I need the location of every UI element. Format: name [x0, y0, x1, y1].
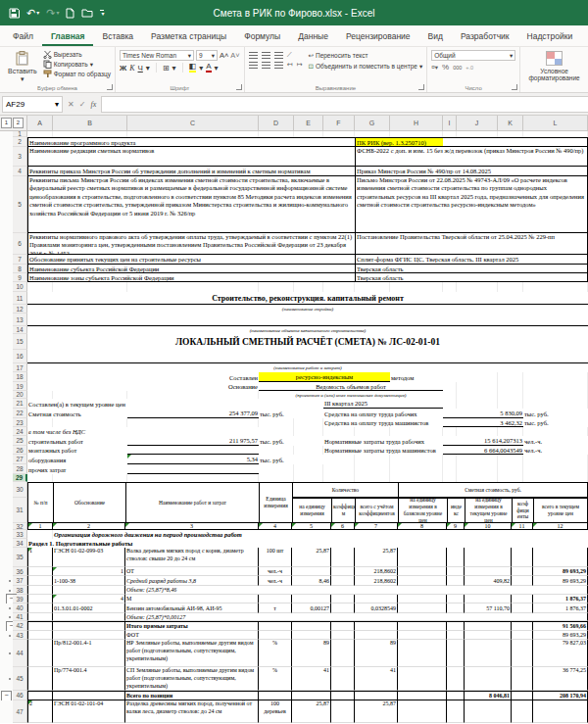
row-header-18[interactable]: 18 [13, 372, 27, 382]
cell-r8-c12[interactable]: Тверская область [355, 265, 588, 273]
tab-formulas[interactable]: Формулы [235, 25, 289, 46]
underline-dropdown-icon[interactable]: ▾ [146, 64, 150, 72]
cell-r31-c10[interactable]: на единицу измерения в текущем уровне це… [465, 498, 512, 523]
cell-r46-c5[interactable] [292, 691, 331, 700]
cell-r42-c9[interactable] [447, 621, 465, 631]
cell-r27-c5[interactable]: тыс. руб. [259, 455, 323, 464]
cell-r39-c9[interactable] [447, 595, 465, 603]
cell-r39-c5[interactable] [292, 595, 331, 603]
align-right-icon[interactable] [274, 62, 283, 69]
cell-r47-c10[interactable] [465, 700, 512, 723]
row-header-21[interactable]: 21 [13, 399, 27, 409]
cell-r44-c1[interactable] [27, 640, 53, 667]
row-header-42[interactable]: 42 [13, 621, 27, 631]
cell-r4-c6[interactable]: Реквизиты приказа Минстроя России об утв… [27, 167, 355, 176]
cell-r46-c9[interactable] [447, 691, 465, 700]
cell-r35-c8[interactable] [398, 548, 447, 567]
cell-r20-c3[interactable] [127, 391, 259, 399]
cell-r23-c5[interactable] [294, 418, 323, 427]
cell-r44-c9[interactable] [447, 640, 465, 667]
column-header-E[interactable]: E [294, 116, 323, 130]
cell-r3-c6[interactable]: Наименование редакции сметных нормативов [27, 147, 355, 167]
cell-r42-c3[interactable]: Итого прямые затраты [125, 621, 259, 631]
cell-r35-c4[interactable]: 100 шт [259, 548, 292, 567]
row-header-3[interactable]: 3 [13, 147, 27, 167]
cell-r35-c7[interactable]: 25,87 [355, 548, 398, 567]
cell-r24-c7[interactable] [355, 427, 390, 436]
cell-r31-c6[interactable]: коэффициент м [331, 498, 355, 523]
insert-function-icon[interactable]: fx [90, 100, 96, 109]
cell-r45-c6[interactable] [331, 667, 355, 691]
row-header-31[interactable]: 31 [13, 498, 27, 523]
outline-collapse-icon[interactable]: − [1, 691, 12, 701]
cell-r23-c11[interactable]: 3 462,32 [443, 418, 523, 427]
font-size-select[interactable]: 9▾ [196, 50, 218, 61]
cell-r43-c1[interactable] [27, 631, 53, 640]
cell-r45-c8[interactable] [398, 667, 447, 691]
cell-r39-c8[interactable] [398, 595, 447, 603]
cell-r47-c9[interactable] [447, 700, 465, 723]
cell-r44-c6[interactable] [331, 640, 355, 667]
cell-r36-c5[interactable] [292, 567, 331, 576]
cell-r18-c9[interactable]: методом [390, 372, 457, 382]
row-header-7[interactable]: 7 [13, 255, 27, 265]
cell-r25-c2[interactable]: строительных работ [27, 436, 127, 446]
column-header-H[interactable]: H [390, 116, 443, 130]
cell-r30-c3[interactable]: Наименование работ и затрат [125, 482, 259, 523]
cell-r24-c5[interactable] [294, 427, 323, 436]
row-header-14[interactable]: 14 [13, 326, 27, 334]
open-folder-icon[interactable] [81, 8, 93, 18]
cell-r25-c3[interactable]: 211 975,57 [127, 436, 259, 446]
undo-icon[interactable]: ↶▾ [26, 8, 39, 19]
merge-center-button[interactable]: ⊡ Объединить и поместить в центре ▾ [309, 62, 423, 71]
cell-r24-c10[interactable] [457, 427, 498, 436]
cell-r39-c10[interactable] [465, 595, 512, 603]
cell-r46-c6[interactable] [331, 691, 355, 700]
cell-r20-c10[interactable] [457, 391, 498, 399]
cell-r18-c12[interactable] [523, 372, 588, 382]
cell-r37-c9[interactable] [447, 576, 465, 586]
cell-r26-c4[interactable] [259, 446, 294, 455]
cell-r46-c11[interactable] [512, 691, 533, 700]
wrap-text-button[interactable]: ↩ Переносить текст [309, 51, 423, 60]
cell-r35-c5[interactable]: 25,87 [292, 548, 331, 567]
cell-r36-c2[interactable]: 1 [53, 567, 125, 576]
tab-developer[interactable]: Разработчик [452, 25, 518, 46]
cell-r29-c8[interactable] [390, 474, 443, 482]
cell-r10-c7[interactable] [355, 282, 390, 292]
cell-r41-c12[interactable]: Объем: (25,87)*0,00127 [125, 613, 588, 621]
cell-r31-c11[interactable]: коэф фици енты [512, 498, 533, 523]
cell-r22-c8[interactable]: Средства на оплату труда рабочих [323, 409, 443, 418]
save-icon[interactable] [9, 8, 20, 19]
cell-r2-c12[interactable] [443, 137, 588, 147]
outline-level-1-button[interactable]: 1 [1, 118, 12, 128]
cell-r37-c3[interactable]: Средний разряд работы 3,8 [125, 576, 259, 586]
number-format-select[interactable]: Общий▾ [431, 50, 515, 61]
cell-r10-c12[interactable] [523, 282, 588, 292]
cell-r46-c1[interactable] [27, 691, 53, 700]
row-header-25[interactable]: 25 [13, 436, 27, 446]
cell-r43-c5[interactable] [292, 631, 331, 640]
cell-r43-c3[interactable]: ФОТ [125, 631, 259, 640]
cell-r24-c9[interactable] [443, 427, 457, 436]
align-top-icon[interactable] [249, 52, 258, 59]
column-header-F[interactable]: F [323, 116, 355, 130]
number-dialog-launcher[interactable] [512, 84, 517, 90]
cell-r7-c6[interactable]: Обоснование принятых текущих цен на стро… [27, 255, 355, 265]
cell-r10-c9[interactable] [443, 282, 457, 292]
cell-r39-c4[interactable] [259, 595, 292, 603]
accounting-format-icon[interactable]: ¤▾ [431, 64, 438, 72]
cell-r45-c9[interactable] [447, 667, 465, 691]
cell-r40-c8[interactable] [398, 603, 447, 613]
cell-r37-c10[interactable]: 409,82 [465, 576, 512, 586]
cell-r19-c10[interactable] [457, 382, 498, 391]
row-header-27[interactable]: 27 [13, 455, 27, 464]
align-middle-icon[interactable] [262, 52, 270, 59]
qat-customize-icon[interactable]: ▾ [100, 10, 104, 17]
fill-color-icon[interactable]: ◧ [189, 63, 197, 72]
column-header-A[interactable]: A [27, 116, 53, 130]
row-header-22[interactable]: 22 [13, 409, 27, 418]
italic-button[interactable]: К [129, 64, 134, 72]
cell-r20-c9[interactable] [443, 391, 457, 399]
cell-r10-c11[interactable] [498, 282, 523, 292]
